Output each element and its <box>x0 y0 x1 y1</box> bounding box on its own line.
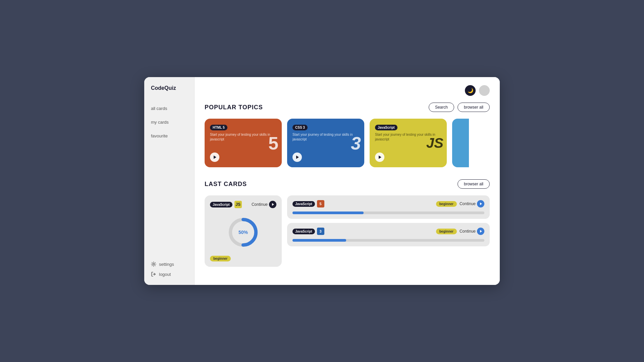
gear-icon <box>151 261 156 267</box>
small-card-2-beginner-tag: beginner <box>436 229 457 234</box>
large-card-continue-button[interactable]: Continue <box>252 201 276 208</box>
css3-desc: Start your journey of testing your skill… <box>292 132 359 142</box>
header: 🌙 <box>205 85 490 96</box>
donut-label: 50% <box>238 230 248 235</box>
small-card-2-progress-fill <box>292 239 346 242</box>
nav-menu: all cards my cards favourite <box>151 105 187 255</box>
sidebar: CodeQuiz all cards my cards favourite se… <box>144 77 195 285</box>
js-icon-area: JS <box>426 135 443 151</box>
last-card-small-2: JavaScript 3 beginner Continue <box>287 223 490 246</box>
last-card-small-1: JavaScript 5 beginner Continue <box>287 195 490 219</box>
small-card-2-progress-bg <box>292 239 484 242</box>
topic-card-partial[interactable] <box>452 119 469 167</box>
css3-play-button[interactable] <box>292 153 302 162</box>
small-card-2-css3-icon: 3 <box>317 228 324 235</box>
small-card-2-continue-icon <box>477 228 484 235</box>
small-card-1-js-tag: JavaScript <box>292 201 315 207</box>
topic-cards-container: HTML 5 Start your journey of testing you… <box>205 119 490 167</box>
small-card-2-continue-label: Continue <box>460 229 476 234</box>
sidebar-item-my-cards[interactable]: my cards <box>151 118 187 126</box>
html5-icon-area: 5 <box>268 133 278 154</box>
settings-label: settings <box>159 262 174 267</box>
nav-bottom: settings logout <box>151 261 187 277</box>
js-yellow-icon-text: JS <box>235 202 240 207</box>
css3-badge: CSS 3 <box>292 125 308 130</box>
popular-topics-title: POPULAR TOPICS <box>205 104 263 111</box>
small-card-1-beginner-tag: beginner <box>436 201 457 207</box>
html5-play-button[interactable] <box>210 153 219 162</box>
js-logo-icon: JS <box>426 135 443 151</box>
js-play-button[interactable] <box>375 153 384 162</box>
small-card-1-header: JavaScript 5 beginner Continue <box>292 200 484 207</box>
large-card-js-tag: JavaScript <box>210 202 232 207</box>
sidebar-item-all-cards[interactable]: all cards <box>151 105 187 112</box>
html5-badge: HTML 5 <box>210 125 227 130</box>
small-card-2-right: beginner Continue <box>436 228 484 235</box>
last-cards-stack: JavaScript 5 beginner Continue <box>287 195 490 267</box>
topic-card-js[interactable]: JavaScript Start your journey of testing… <box>370 119 447 167</box>
last-cards-actions: browser all <box>458 179 490 189</box>
small-card-2-tags: JavaScript 3 <box>292 228 324 235</box>
large-card-header: JavaScript JS Continue <box>210 201 276 208</box>
logout-icon <box>151 272 156 277</box>
browser-all-last-button[interactable]: browser all <box>458 179 490 189</box>
last-cards-header: LAST CARDS browser all <box>205 179 490 189</box>
large-card-continue-label: Continue <box>252 202 268 207</box>
large-card-tags: JavaScript JS <box>210 201 242 208</box>
popular-topics-actions: Search browser all <box>429 103 490 112</box>
main-content: 🌙 POPULAR TOPICS Search browser all HTML… <box>195 77 500 285</box>
donut-chart-container: 50% <box>210 212 276 252</box>
small-card-1-continue-icon <box>477 200 484 207</box>
popular-topics-header: POPULAR TOPICS Search browser all <box>205 103 490 112</box>
large-card-beginner-tag: beginner <box>210 256 231 261</box>
small-card-1-html5-icon: 5 <box>317 200 324 207</box>
css3-icon-area: 3 <box>351 133 361 154</box>
small-card-2-continue-button[interactable]: Continue <box>460 228 484 235</box>
large-card-continue-icon <box>269 201 276 208</box>
logout-nav-item[interactable]: logout <box>151 272 187 277</box>
app-logo: CodeQuiz <box>151 85 187 91</box>
html5-desc: Start your journey of testing your skill… <box>210 132 276 142</box>
css3-logo-icon: 3 <box>351 133 361 153</box>
svg-point-0 <box>153 263 155 265</box>
settings-nav-item[interactable]: settings <box>151 261 187 267</box>
logout-label: logout <box>159 272 171 277</box>
search-button[interactable]: Search <box>429 103 454 112</box>
last-card-large: JavaScript JS Continue <box>205 195 282 267</box>
small-card-2-js-tag: JavaScript <box>292 229 315 234</box>
html5-logo-icon: 5 <box>268 133 278 153</box>
small-card-2-header: JavaScript 3 beginner Continue <box>292 228 484 235</box>
js-badge: JavaScript <box>375 125 397 130</box>
large-card-js-icon: JS <box>234 201 242 208</box>
theme-toggle-button[interactable]: 🌙 <box>465 85 476 96</box>
small-card-1-continue-label: Continue <box>460 201 476 206</box>
topic-card-css3[interactable]: CSS 3 Start your journey of testing your… <box>287 119 364 167</box>
topic-card-html5[interactable]: HTML 5 Start your journey of testing you… <box>205 119 282 167</box>
donut-chart: 50% <box>226 216 260 249</box>
browser-all-topics-button[interactable]: browser all <box>458 103 490 112</box>
last-cards-title: LAST CARDS <box>205 181 247 188</box>
large-card-footer: beginner <box>210 255 276 261</box>
user-avatar[interactable] <box>479 85 490 96</box>
sidebar-item-favourite[interactable]: favourite <box>151 132 187 140</box>
last-cards-grid: JavaScript JS Continue <box>205 195 490 267</box>
moon-icon: 🌙 <box>468 88 473 93</box>
small-card-1-progress-fill <box>292 212 364 214</box>
small-card-1-tags: JavaScript 5 <box>292 200 324 207</box>
small-card-1-progress-bg <box>292 212 484 214</box>
small-card-1-continue-button[interactable]: Continue <box>460 200 484 207</box>
small-card-1-right: beginner Continue <box>436 200 484 207</box>
